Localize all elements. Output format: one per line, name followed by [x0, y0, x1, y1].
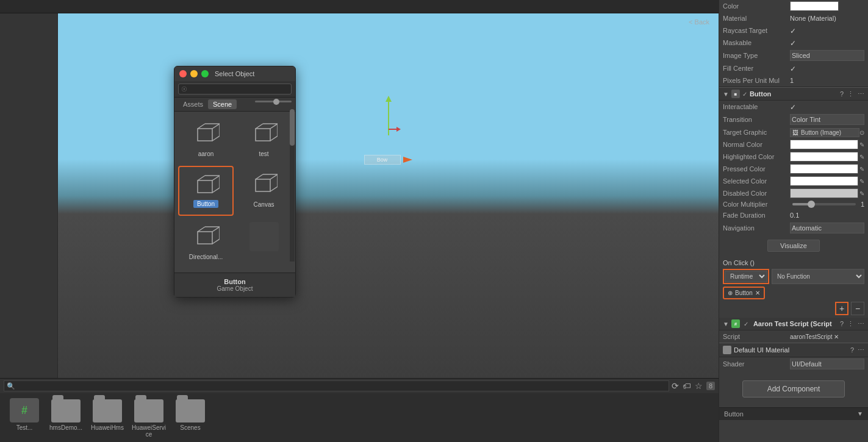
add-component-button[interactable]: Add Component: [742, 380, 845, 397]
target-graphic-img-icon: 🖼: [792, 129, 798, 136]
pressed-color-edit-icon[interactable]: ✎: [859, 166, 864, 173]
svg-line-9: [212, 136, 220, 141]
maskable-checkbox[interactable]: ✓: [790, 39, 797, 46]
runtime-select[interactable]: Runtime: [725, 271, 767, 282]
interactable-checkbox[interactable]: ✓: [790, 103, 797, 110]
highlighted-color-swatch[interactable]: [790, 152, 858, 162]
normal-color-edit-icon[interactable]: ✎: [859, 141, 864, 148]
list-item[interactable]: HuaweiService: [131, 398, 167, 438]
tag-icon[interactable]: 🏷: [683, 381, 691, 391]
interactable-label: Interactable: [723, 103, 790, 110]
help-icon[interactable]: ?: [840, 90, 844, 98]
grid-label-aaron: aaron: [198, 151, 214, 157]
add-listener-button[interactable]: +: [835, 302, 848, 315]
transition-select[interactable]: Color Tint: [790, 114, 864, 125]
normal-color-label: Normal Color: [723, 141, 790, 148]
raycast-label: Raycast Target: [723, 27, 790, 34]
shader-select[interactable]: UI/Default: [790, 358, 864, 369]
plus-minus-row: + −: [723, 302, 864, 315]
script-collapse-arrow[interactable]: ▼: [723, 321, 729, 327]
add-component-section: Add Component: [719, 371, 868, 407]
button-section-icons: ? ⋮ ⋯: [840, 90, 864, 98]
bottom-search-input[interactable]: [4, 380, 669, 391]
button-ref-box[interactable]: ⊕ Button ✕: [723, 287, 765, 299]
script-help-icon[interactable]: ?: [840, 320, 844, 328]
list-item[interactable]: hmsDemo...: [48, 398, 84, 438]
list-item[interactable]: Scenes: [172, 398, 209, 438]
color-swatch[interactable]: [790, 1, 839, 11]
file-label: HuaweiHms: [91, 424, 124, 431]
close-icon[interactable]: [179, 70, 187, 77]
navigation-label: Navigation: [723, 224, 790, 232]
viewport: < Back Bow: [58, 13, 719, 378]
selected-color-edit-icon[interactable]: ✎: [859, 178, 864, 185]
button-active-checkbox[interactable]: ✓: [742, 91, 747, 98]
color-multiplier-slider[interactable]: [792, 203, 856, 205]
settings-icon[interactable]: ⋮: [847, 90, 854, 98]
svg-marker-3: [396, 127, 401, 132]
normal-color-swatch[interactable]: [790, 140, 858, 149]
raycast-row: Raycast Target ✓: [719, 24, 868, 37]
dialog-search-input[interactable]: [178, 84, 292, 94]
bottom-bar-icons: ⟳ 🏷 ☆ 8: [672, 381, 715, 391]
fill-center-checkbox[interactable]: ✓: [790, 65, 797, 72]
button-ref-close-icon[interactable]: ✕: [755, 290, 760, 296]
grid-item-directional[interactable]: Directional...: [178, 218, 234, 266]
list-item[interactable]: # Test...: [6, 398, 43, 438]
target-graphic-value[interactable]: 🖼 Button (Image): [790, 128, 859, 137]
refresh-icon[interactable]: ⟳: [672, 381, 679, 391]
grid-label-test: test: [259, 151, 268, 157]
grid-item-test[interactable]: test: [236, 115, 292, 163]
script-settings-icon[interactable]: ⋮: [847, 320, 854, 328]
raycast-checkbox[interactable]: ✓: [790, 27, 797, 34]
more-icon[interactable]: ⋯: [858, 90, 864, 98]
selected-color-swatch[interactable]: [790, 176, 858, 186]
minimize-icon[interactable]: [190, 70, 198, 77]
empty-item-icon: [249, 222, 279, 251]
script-row: Script aaronTestScript ✕: [719, 330, 868, 343]
cube-icon-test: [249, 119, 279, 148]
material-help-icon[interactable]: ?: [850, 346, 854, 354]
visualize-button[interactable]: Visualize: [767, 240, 820, 252]
grid-item-button[interactable]: Button: [178, 166, 234, 215]
svg-line-21: [212, 188, 220, 193]
grid-item-aaron[interactable]: aaron: [178, 115, 234, 163]
star-icon[interactable]: ☆: [695, 381, 703, 391]
bottom-search-bar: ⟳ 🏷 ☆ 8: [0, 379, 719, 393]
svg-rect-23: [256, 179, 270, 191]
list-item[interactable]: HuaweiHms: [89, 398, 126, 438]
remove-listener-button[interactable]: −: [851, 302, 864, 315]
button-collapse-arrow[interactable]: ▼: [723, 91, 729, 98]
bottom-arrow[interactable]: ▼: [857, 410, 863, 417]
pressed-color-row: Pressed Color ✎: [719, 163, 868, 175]
selected-color-row: Selected Color ✎: [719, 175, 868, 187]
dialog-scrollbar[interactable]: [290, 109, 295, 262]
disabled-color-swatch[interactable]: [790, 188, 858, 198]
on-click-title: On Click (): [723, 259, 864, 266]
pressed-color-swatch[interactable]: [790, 164, 858, 174]
select-dialog: Select Object Assets Scene aaron: [174, 66, 296, 298]
back-button[interactable]: < Back: [689, 18, 709, 26]
tab-scene[interactable]: Scene: [208, 99, 237, 109]
dialog-slider[interactable]: [255, 101, 292, 102]
script-more-icon[interactable]: ⋯: [858, 320, 864, 328]
material-more-icon[interactable]: ⋯: [858, 346, 864, 354]
highlighted-color-edit-icon[interactable]: ✎: [859, 154, 864, 160]
image-type-select[interactable]: Sliced: [790, 50, 864, 61]
disabled-color-label: Disabled Color: [723, 190, 790, 197]
function-select[interactable]: No Function: [772, 269, 864, 284]
image-type-row: Image Type Sliced: [719, 49, 868, 62]
script-active-checkbox[interactable]: ✓: [744, 321, 748, 327]
tab-assets[interactable]: Assets: [178, 99, 208, 109]
disabled-color-edit-icon[interactable]: ✎: [859, 190, 864, 197]
material-row: Material None (Material): [719, 12, 868, 24]
slider-thumb: [808, 201, 815, 208]
grid-label-directional: Directional...: [189, 254, 223, 260]
dialog-scrollbar-thumb: [290, 109, 295, 146]
file-grid: # Test... hmsDemo... HuaweiHms Huaw: [0, 393, 719, 442]
navigation-select[interactable]: Automatic: [790, 223, 864, 233]
grid-item-canvas[interactable]: Canvas: [236, 166, 292, 215]
maximize-icon[interactable]: [201, 70, 209, 77]
color-multiplier-label: Color Multiplier: [723, 201, 790, 208]
target-graphic-edit-icon[interactable]: ⊙: [859, 129, 864, 136]
